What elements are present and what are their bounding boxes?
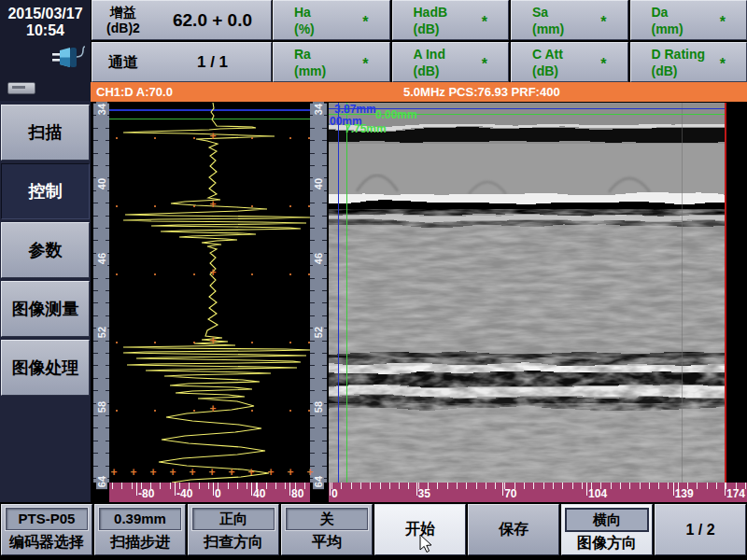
bottom-button-image-orientation[interactable]: 横向图像方向 [561,504,653,555]
position-ruler-label: 139 [675,487,694,500]
sidebar-item-image-process[interactable]: 图像处理 [1,340,90,396]
amplitude-major-tick [136,483,137,496]
measurement-d-rating[interactable]: D Rating(dB)* [630,42,747,82]
sidebar-item-params[interactable]: 参数 [1,222,90,278]
grid-dot [116,205,118,207]
grid-plus-marker: + [110,466,117,479]
tofd-green-v-cursor[interactable] [346,103,347,483]
measurement-hadb[interactable]: HadB(dB)* [392,0,510,40]
tofd-image[interactable]: 3.87mm0.00mm0.00mm7.75mm [329,103,725,483]
bottom-button-scan-step[interactable]: 0.39mm扫描步进 [94,504,186,555]
measurement-value: * [482,55,487,75]
grid-plus-marker: + [149,466,156,479]
measurement-unit: (mm) [652,21,747,37]
bottom-button-scan-direction[interactable]: 正向扫查方向 [188,504,279,555]
grid-dot [251,137,253,139]
measurement-a-ind[interactable]: A Ind(dB)* [392,42,510,82]
amplitude-ruler-label: -80 [138,487,154,500]
grid-dot [308,273,310,275]
grid-dot [154,205,156,207]
button-label: 1 / 2 [685,505,714,554]
measurement-ha[interactable]: Ha(%)* [273,0,390,40]
sidebar-item-scan[interactable]: 扫描 [1,105,90,161]
position-ruler-label: 70 [504,487,516,500]
grid-plus-marker: + [189,466,195,479]
button-value: PTS-P05 [6,508,88,530]
grid-dot [193,205,195,207]
amplitude-major-tick [289,483,290,496]
measurement-ra[interactable]: Ra(mm)* [273,42,390,82]
bottom-button-encoder-select[interactable]: PTS-P05编码器选择 [1,504,92,555]
tofd-position-ruler: 03570104139174 [329,483,747,503]
channel-label: 通道 [92,53,154,71]
grid-dot [154,342,156,343]
measurement-name: Da [652,4,747,21]
tofd-bscan-texture [329,103,725,483]
gain-label: 增益 (dB)2 [92,5,154,36]
button-value: 关 [286,508,368,530]
position-major-tick [673,483,674,496]
depth-ruler-label: 40 [96,176,107,191]
grid-dot [154,137,156,139]
measurement-c-att[interactable]: C Att(dB)* [511,42,628,82]
channel-status-text: CH1:D A:70.0 [96,82,173,102]
probe-status-text: 5.0MHz PCS:76.93 PRF:400 [403,82,560,102]
measurement-value: * [362,55,368,75]
depth-ruler-label: 46 [313,250,324,265]
grid-dot [193,342,195,343]
grid-dot [116,342,118,343]
grid-dot [289,273,291,275]
sidebar-item-image-measure[interactable]: 图像测量 [1,281,90,337]
amplitude-major-tick [213,483,214,496]
sidebar-item-control[interactable]: 控制 [1,163,90,219]
grid-dot [289,137,291,139]
button-value: 正向 [192,508,275,530]
position-major-tick [586,483,587,496]
ascan-plot[interactable]: ++++++++++++++++ [109,103,310,483]
grid-plus-marker: + [267,466,274,479]
amplitude-major-tick [251,483,252,496]
channel-field[interactable]: 通道 1 / 1 [92,42,272,82]
position-major-tick [725,483,726,496]
gain-field[interactable]: 增益 (dB)2 62.0 + 0.0 [92,0,272,40]
depth-ruler-label: 40 [313,176,324,191]
bottom-button-page-indicator[interactable]: 1 / 2 [655,504,746,555]
measurement-name: D Rating [652,46,747,63]
measurement-name: C Att [532,46,627,63]
depth-ruler-label: 52 [313,325,324,340]
measurement-sa[interactable]: Sa(mm)* [511,0,628,40]
measurement-value: * [720,13,726,33]
grid-dot [308,410,310,412]
button-label: 编码器选择 [9,530,84,554]
measurement-da[interactable]: Da(mm)* [630,0,747,40]
gain-value: 62.0 + 0.0 [154,10,271,31]
bottom-button-bar: PTS-P05编码器选择0.39mm扫描步进正向扫查方向关平均开始保存横向图像方… [0,502,747,557]
grid-plus-marker: + [209,334,216,347]
grid-dot [308,342,310,343]
position-ruler-label: 104 [588,487,607,500]
ascan-amplitude-ruler: -80-4004080 [109,483,310,503]
grid-plus-marker: + [208,466,215,479]
tofd-cursor-label-3: 7.75mm [345,122,387,135]
grid-dot [154,410,156,412]
tofd-blue-v-cursor[interactable] [338,103,339,483]
grid-dot [116,410,118,412]
tofd-left-depth-ruler: 344046525864 [310,103,327,483]
grid-dot [289,410,291,412]
measurement-unit: (dB) [414,21,509,37]
grid-dot [308,137,310,139]
grid-dot [116,273,118,275]
button-label: 保存 [499,505,529,554]
bottom-button-save[interactable]: 保存 [468,504,559,555]
measurement-unit: (%) [294,21,389,37]
measurement-unit: (dB) [652,63,747,79]
bottom-button-average[interactable]: 关平均 [281,504,373,555]
grid-dot [289,342,291,343]
grid-dot [116,137,118,139]
amplitude-ruler-label: -40 [176,487,192,500]
measurement-unit: (mm) [532,21,627,37]
instrument-screen: 2015/03/17 10:54 增益 (dB)2 62.0 + 0.0 通道 … [0,0,747,560]
measurement-value: * [600,13,606,33]
measurement-value: * [362,13,368,33]
depth-ruler-label: 34 [313,102,324,117]
